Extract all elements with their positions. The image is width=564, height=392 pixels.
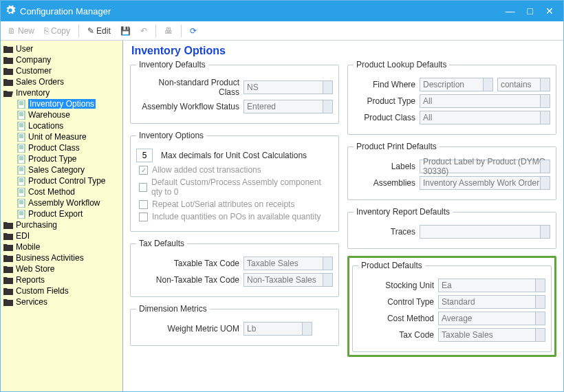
- doc-icon: [17, 188, 25, 197]
- nonstd-select[interactable]: NS: [243, 80, 333, 94]
- chevron-down-icon: [540, 177, 550, 189]
- doc-icon: [17, 210, 25, 219]
- chevron-down-icon: [535, 329, 545, 341]
- nav-web-store[interactable]: Web Store: [2, 263, 121, 274]
- close-button[interactable]: ✕: [545, 6, 554, 17]
- lookup-defaults-group: Product Lookup Defaults Find Where Descr…: [347, 60, 556, 135]
- folder-icon: [3, 232, 13, 240]
- nav-inventory-options[interactable]: Inventory Options: [2, 98, 121, 109]
- traces-select[interactable]: [420, 225, 550, 239]
- include-po-checkbox[interactable]: Include quantities on POs in available q…: [139, 212, 333, 221]
- nav-product-class[interactable]: Product Class: [2, 142, 121, 153]
- taxable-select[interactable]: Taxable Sales: [243, 257, 333, 270]
- folder-icon: [3, 78, 13, 86]
- tax-code-select[interactable]: Taxable Sales: [438, 328, 545, 342]
- doc-icon: [17, 144, 25, 153]
- nav-tree[interactable]: User Company Customer Sales Orders Inven…: [1, 41, 123, 391]
- main-panel: Inventory Options Inventory Defaults Non…: [123, 41, 563, 391]
- nav-control-type[interactable]: Product Control Type: [2, 175, 121, 186]
- taxable-label: Taxable Tax Code: [136, 259, 239, 268]
- nav-company[interactable]: Company: [2, 54, 121, 65]
- nav-purchasing[interactable]: Purchasing: [2, 219, 121, 230]
- copy-icon: ⎘: [44, 26, 49, 36]
- chevron-down-icon: [323, 274, 332, 286]
- nav-mobile[interactable]: Mobile: [2, 241, 121, 252]
- chevron-down-icon: [540, 78, 550, 91]
- nav-product-export[interactable]: Product Export: [2, 208, 121, 219]
- folder-icon: [3, 67, 13, 75]
- nav-uom[interactable]: Unit of Measure: [2, 131, 121, 142]
- product-defaults-highlight: Product Defaults Stocking Unit Ea Contro…: [347, 256, 556, 357]
- copy-button[interactable]: ⎘ Copy: [41, 25, 73, 37]
- max-decimals-label: Max decimals for Unit Cost Calculations: [161, 151, 307, 160]
- assembly-status-select[interactable]: Entered: [243, 100, 333, 113]
- nav-business-activities[interactable]: Business Activities: [2, 252, 121, 263]
- assemblies-select[interactable]: Inventory Assembly Work Order: [420, 176, 550, 190]
- product-class-select[interactable]: All: [420, 111, 550, 124]
- doc-icon: [17, 155, 25, 164]
- chevron-down-icon: [483, 78, 492, 91]
- nav-edi[interactable]: EDI: [2, 230, 121, 241]
- control-type-select[interactable]: Standard: [438, 295, 545, 309]
- folder-icon: [3, 56, 13, 64]
- toolbar: 🗎 New ⎘ Copy ✎ Edit 💾 ↶ 🖶 ⟳: [1, 21, 563, 41]
- chevron-down-icon: [323, 81, 332, 94]
- chevron-down-icon: [302, 323, 312, 335]
- weight-uom-label: Weight Metric UOM: [136, 324, 239, 334]
- cost-method-select[interactable]: Average: [438, 312, 545, 325]
- chevron-down-icon: [323, 257, 332, 270]
- checkbox-icon: [139, 213, 148, 221]
- nav-sales-category[interactable]: Sales Category: [2, 164, 121, 175]
- weight-uom-select[interactable]: Lb: [243, 322, 312, 336]
- checkbox-icon: [139, 200, 148, 209]
- edit-button[interactable]: ✎ Edit: [85, 25, 113, 37]
- assembly-status-label: Assembly Workflow Status: [136, 102, 239, 111]
- new-button[interactable]: 🗎 New: [5, 25, 37, 37]
- maximize-button[interactable]: □: [528, 6, 533, 17]
- save-button[interactable]: 💾: [118, 25, 133, 37]
- separator: [181, 25, 182, 37]
- product-defaults-group: Product Defaults Stocking Unit Ea Contro…: [352, 261, 552, 352]
- chevron-down-icon: [540, 160, 550, 173]
- product-type-select[interactable]: All: [420, 94, 550, 108]
- labels-select[interactable]: Product Label by Product (DYMO 30336): [420, 160, 550, 173]
- doc-icon: [17, 100, 25, 109]
- folder-icon: [3, 243, 13, 251]
- product-type-label: Product Type: [354, 96, 415, 106]
- nav-cost-method[interactable]: Cost Method: [2, 186, 121, 197]
- default-qty0-checkbox[interactable]: Default Custom/Process Assembly componen…: [139, 177, 333, 197]
- nav-product-type[interactable]: Product Type: [2, 153, 121, 164]
- nav-user[interactable]: User: [2, 43, 121, 54]
- allow-added-checkbox[interactable]: ✓Allow added cost transactions: [139, 165, 333, 175]
- print-icon: 🖶: [164, 26, 173, 36]
- refresh-button[interactable]: ⟳: [187, 25, 199, 37]
- nav-reports[interactable]: Reports: [2, 274, 121, 285]
- nav-services[interactable]: Services: [2, 296, 121, 307]
- nav-assembly-workflow[interactable]: Assembly Workflow: [2, 197, 121, 208]
- pencil-icon: ✎: [87, 26, 94, 36]
- stocking-unit-select[interactable]: Ea: [438, 279, 545, 292]
- nav-inventory[interactable]: Inventory: [2, 87, 121, 98]
- find-where-op-select[interactable]: contains: [497, 78, 550, 91]
- folder-icon: [3, 298, 13, 306]
- nav-customer[interactable]: Customer: [2, 65, 121, 76]
- nav-sales-orders[interactable]: Sales Orders: [2, 76, 121, 87]
- cost-method-label: Cost Method: [358, 314, 434, 323]
- minimize-button[interactable]: —: [506, 6, 515, 17]
- save-icon: 💾: [120, 26, 131, 36]
- nav-custom-fields[interactable]: Custom Fields: [2, 285, 121, 296]
- assemblies-label: Assemblies: [354, 178, 415, 188]
- print-defaults-group: Product Print Defaults Labels Product La…: [347, 142, 556, 200]
- nav-locations[interactable]: Locations: [2, 120, 121, 131]
- chevron-down-icon: [535, 312, 545, 325]
- max-decimals-input[interactable]: 5: [136, 149, 153, 162]
- titlebar: Configuration Manager — □ ✕: [1, 1, 563, 21]
- undo-button[interactable]: ↶: [138, 25, 150, 37]
- labels-label: Labels: [354, 162, 415, 171]
- find-where-field-select[interactable]: Description: [420, 78, 493, 91]
- nav-warehouse[interactable]: Warehouse: [2, 109, 121, 120]
- nontaxable-select[interactable]: Non-Taxable Sales: [243, 273, 333, 287]
- separator: [78, 25, 79, 37]
- repeat-lot-checkbox[interactable]: Repeat Lot/Serial attributes on receipts: [139, 199, 333, 209]
- print-button[interactable]: 🖶: [162, 25, 175, 37]
